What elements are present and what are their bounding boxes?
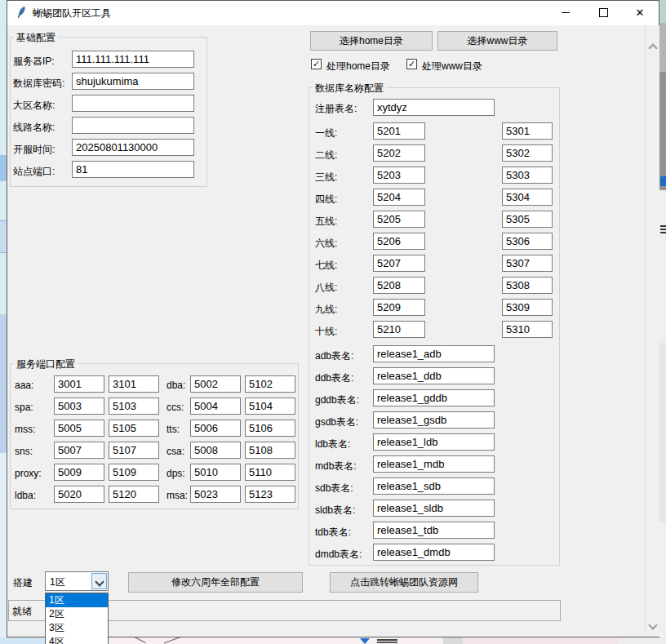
table-name-row: tdb表名: <box>309 521 560 543</box>
line-port-input-2[interactable] <box>502 211 553 228</box>
port-input[interactable] <box>54 398 104 415</box>
port-label: mss: <box>15 424 35 435</box>
port-input[interactable] <box>245 420 295 437</box>
port-input[interactable] <box>109 464 159 481</box>
field-input[interactable] <box>72 95 194 112</box>
port-input[interactable] <box>109 398 159 415</box>
line-port-input-2[interactable] <box>502 321 553 338</box>
line-port-input-1[interactable] <box>373 255 425 272</box>
port-input[interactable] <box>54 442 104 459</box>
table-name-row: gsdb表名: <box>309 411 560 433</box>
table-name-input[interactable] <box>373 367 495 384</box>
table-name-input[interactable] <box>373 500 495 517</box>
modify-config-button[interactable]: 修改六周年全部配置 <box>128 572 303 593</box>
port-input[interactable] <box>190 442 241 459</box>
line-port-input-1[interactable] <box>373 167 425 184</box>
port-input[interactable] <box>245 486 295 503</box>
line-port-input-2[interactable] <box>502 277 553 294</box>
scroll-down-icon[interactable] <box>648 620 657 629</box>
process-www-checkbox[interactable]: ✓ <box>406 59 417 69</box>
close-button[interactable]: ✕ <box>621 1 659 24</box>
scroll-up-icon[interactable] <box>648 43 657 52</box>
port-input[interactable] <box>109 375 159 393</box>
chevron-down-icon <box>95 577 104 586</box>
minimize-button[interactable] <box>547 1 584 24</box>
port-input[interactable] <box>245 375 295 393</box>
choose-www-button[interactable]: 选择www目录 <box>437 31 557 51</box>
port-input[interactable] <box>109 442 159 459</box>
zone-combobox[interactable]: 1区 <box>45 571 109 591</box>
table-name-input[interactable] <box>373 522 495 539</box>
line-port-input-2[interactable] <box>502 167 553 184</box>
vertical-scrollbar[interactable] <box>645 25 659 637</box>
line-port-input-2[interactable] <box>502 122 553 140</box>
service-port-row: sns: csa: <box>10 441 299 463</box>
line-port-input-1[interactable] <box>373 144 425 162</box>
line-port-input-2[interactable] <box>502 189 553 206</box>
field-input[interactable] <box>72 73 194 90</box>
line-port-input-1[interactable] <box>373 189 425 206</box>
port-input[interactable] <box>245 442 295 459</box>
port-label: sns: <box>15 446 33 457</box>
line-port-input-1[interactable] <box>373 299 425 316</box>
port-input[interactable] <box>190 420 241 437</box>
table-name-input[interactable] <box>373 544 495 561</box>
table-name-input[interactable] <box>373 411 495 429</box>
field-input[interactable] <box>72 117 194 134</box>
port-input[interactable] <box>109 486 159 503</box>
port-input[interactable] <box>190 398 241 415</box>
zone-dropdown[interactable]: 1区 2区 3区 4区 <box>45 593 109 644</box>
line-port-input-1[interactable] <box>373 321 425 338</box>
port-input[interactable] <box>54 375 104 393</box>
resource-link-button[interactable]: 点击跳转蜥蜴团队资源网 <box>330 572 478 593</box>
build-label: 搭建 <box>13 576 33 590</box>
maximize-button[interactable] <box>584 1 622 24</box>
desktop-fragment <box>443 637 463 644</box>
port-input[interactable] <box>190 486 241 503</box>
table-name-input[interactable] <box>373 477 495 495</box>
line-label: 二线: <box>315 149 337 162</box>
port-label: csa: <box>166 446 184 457</box>
table-name-input[interactable] <box>373 433 495 451</box>
line-port-input-1[interactable] <box>373 233 425 250</box>
field-input[interactable] <box>72 139 194 156</box>
field-input[interactable] <box>72 51 194 68</box>
table-name-input[interactable] <box>373 455 495 473</box>
line-port-input-2[interactable] <box>502 233 553 250</box>
config-field-row: 线路名称: <box>10 116 207 138</box>
port-input[interactable] <box>54 420 104 437</box>
choose-home-button[interactable]: 选择home目录 <box>310 31 433 51</box>
line-port-input-2[interactable] <box>502 144 553 162</box>
register-name-input[interactable] <box>373 99 495 116</box>
combobox-arrow-button[interactable] <box>91 573 107 589</box>
line-port-input-1[interactable] <box>373 122 425 140</box>
port-input[interactable] <box>245 464 295 481</box>
dropdown-item[interactable]: 1区 <box>46 593 108 607</box>
line-port-input-1[interactable] <box>373 277 425 294</box>
dropdown-item[interactable]: 2区 <box>46 607 108 621</box>
line-port-input-2[interactable] <box>502 255 553 272</box>
table-name-input[interactable] <box>373 389 495 406</box>
table-name-input[interactable] <box>373 345 495 362</box>
port-input[interactable] <box>190 375 241 393</box>
desktop-fragment <box>659 0 666 23</box>
table-label: ldb表名: <box>315 437 350 451</box>
desktop-fragment <box>659 23 666 72</box>
maximize-icon <box>599 8 608 17</box>
port-input[interactable] <box>245 398 295 415</box>
table-label: mdb表名: <box>315 460 357 473</box>
dropdown-item[interactable]: 4区 <box>46 635 108 644</box>
line-port-input-1[interactable] <box>373 211 425 228</box>
line-port-row: 二线: <box>309 144 560 166</box>
dropdown-item[interactable]: 3区 <box>46 621 108 635</box>
field-input[interactable] <box>72 161 194 178</box>
line-port-row: 十线: <box>309 320 560 342</box>
process-home-checkbox[interactable]: ✓ <box>311 59 322 69</box>
port-input[interactable] <box>54 464 104 481</box>
line-port-input-2[interactable] <box>502 299 553 316</box>
port-label: dps: <box>166 468 185 479</box>
port-input[interactable] <box>109 420 159 437</box>
port-input[interactable] <box>54 486 104 503</box>
port-input[interactable] <box>190 464 241 481</box>
port-label: dba: <box>166 380 185 391</box>
